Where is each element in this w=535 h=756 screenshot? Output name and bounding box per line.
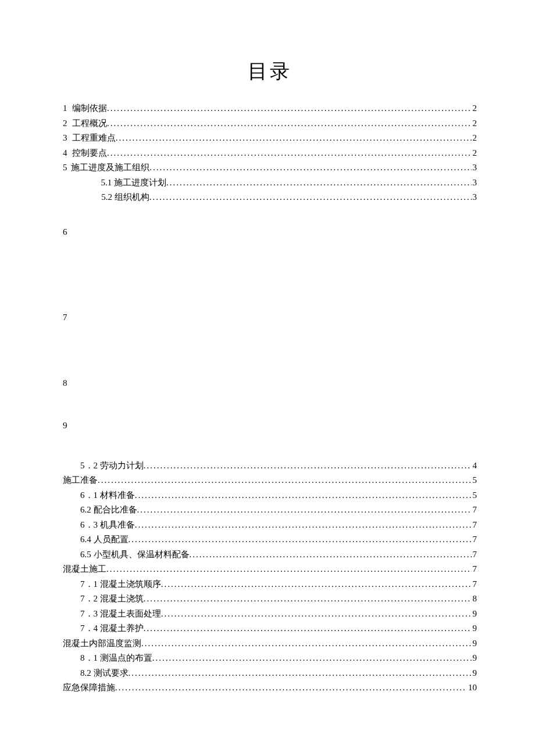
toc-entry-page: 5 bbox=[472, 473, 477, 488]
toc-entry-page: 9 bbox=[472, 621, 477, 636]
toc-entry-number: 4 bbox=[63, 146, 72, 161]
toc-leader-dots bbox=[115, 680, 467, 696]
toc-entry-number: 2 bbox=[63, 116, 72, 131]
toc-entry-page: 3 bbox=[472, 160, 477, 175]
toc-leader-dots bbox=[116, 131, 472, 146]
toc-entry: 混凝土内部温度监测9 bbox=[63, 636, 477, 651]
toc-entry-text: 7．4 混凝土养护 bbox=[80, 621, 144, 636]
toc-entry-number: 3 bbox=[63, 131, 72, 146]
toc-entry-text: 工程重难点 bbox=[72, 131, 116, 146]
toc-entry-text: 7．2 混凝土浇筑 bbox=[80, 592, 144, 607]
toc-entry-text: 混凝土施工 bbox=[63, 562, 106, 577]
toc-entry: 施工准备5 bbox=[63, 473, 477, 488]
toc-entry-page: 2 bbox=[472, 131, 477, 146]
toc-entry-page: 2 bbox=[472, 146, 477, 161]
toc-leader-dots bbox=[149, 160, 471, 175]
toc-leader-dots bbox=[107, 146, 471, 161]
toc-entry: 3工程重难点2 bbox=[63, 131, 477, 146]
toc-entry-page: 8 bbox=[472, 592, 477, 607]
toc-entry: 6．1 材料准备5 bbox=[63, 488, 477, 503]
toc-entry: 应急保障措施10 bbox=[63, 680, 477, 696]
toc-leader-dots bbox=[144, 592, 472, 607]
toc-entry-page: 10 bbox=[467, 680, 477, 696]
toc-entry: 6.2 配合比准备7 bbox=[63, 503, 477, 518]
toc-entry-page: 2 bbox=[472, 101, 477, 116]
toc-entry: 混凝土施工7 bbox=[63, 562, 477, 577]
toc-entry-page: 7 bbox=[472, 562, 477, 577]
toc-entry: 7．4 混凝土养护9 bbox=[63, 621, 477, 636]
toc-entry-text: 施工进度及施工组织 bbox=[71, 160, 149, 175]
toc-entry-text: 混凝土内部温度监测 bbox=[63, 636, 141, 651]
toc-block-2: 5．2 劳动力计划4施工准备56．1 材料准备56.2 配合比准备76．3 机具… bbox=[63, 458, 477, 696]
toc-leader-dots bbox=[135, 488, 472, 503]
toc-entry-page: 3 bbox=[472, 190, 477, 205]
toc-entry-text: 6.2 配合比准备 bbox=[80, 503, 137, 518]
standalone-number: 7 bbox=[63, 313, 477, 323]
toc-entry-text: 编制依据 bbox=[72, 101, 107, 116]
standalone-number: 9 bbox=[63, 421, 477, 431]
toc-entry-page: 5 bbox=[472, 488, 477, 503]
document-page: 目录 1编制依据22工程概况23工程重难点24控制要点25施工进度及施工组织35… bbox=[0, 0, 535, 730]
toc-entry-text: 6．1 材料准备 bbox=[80, 488, 135, 503]
toc-entry: 6．3 机具准备7 bbox=[63, 518, 477, 533]
toc-entry-text: 施工准备 bbox=[63, 473, 98, 488]
toc-leader-dots bbox=[106, 562, 472, 577]
toc-leader-dots bbox=[129, 532, 472, 547]
toc-entry-text: 6.5 小型机具、保温材料配备 bbox=[80, 547, 190, 562]
toc-entry: 2工程概况2 bbox=[63, 116, 477, 131]
toc-entry-text: 7．1 混凝土浇筑顺序 bbox=[80, 577, 161, 592]
toc-entry-text: 8.2 测试要求 bbox=[80, 666, 129, 681]
toc-leader-dots bbox=[107, 101, 471, 116]
toc-entry-page: 9 bbox=[472, 607, 477, 622]
toc-entry-text: 5.1 施工进度计划 bbox=[101, 175, 166, 191]
toc-block-1: 1编制依据22工程概况23工程重难点24控制要点25施工进度及施工组织35.1 … bbox=[63, 101, 477, 205]
toc-entry-page: 2 bbox=[472, 116, 477, 131]
toc-leader-dots bbox=[166, 175, 472, 191]
toc-entry: 5.2 组织机构3 bbox=[63, 190, 477, 205]
toc-entry-text: 5．2 劳动力计划 bbox=[80, 458, 144, 474]
toc-entry-page: 7 bbox=[472, 503, 477, 518]
toc-leader-dots bbox=[152, 651, 472, 666]
toc-leader-dots bbox=[135, 518, 472, 533]
toc-leader-dots bbox=[141, 636, 472, 651]
toc-entry: 8.2 测试要求9 bbox=[63, 666, 477, 681]
toc-entry: 6.5 小型机具、保温材料配备7 bbox=[63, 547, 477, 562]
toc-leader-dots bbox=[161, 577, 472, 592]
toc-entry: 4控制要点2 bbox=[63, 146, 477, 161]
toc-entry: 7．3 混凝土表面处理9 bbox=[63, 607, 477, 622]
toc-entry-page: 7 bbox=[472, 518, 477, 533]
page-title: 目录 bbox=[63, 58, 477, 85]
toc-leader-dots bbox=[190, 547, 472, 562]
toc-entry-page: 7 bbox=[472, 532, 477, 547]
standalone-number: 6 bbox=[63, 227, 477, 237]
toc-entry: 1编制依据2 bbox=[63, 101, 477, 116]
toc-entry-text: 应急保障措施 bbox=[63, 680, 115, 696]
toc-entry-text: 8．1 测温点的布置 bbox=[80, 651, 152, 666]
toc-leader-dots bbox=[129, 666, 472, 681]
toc-entry: 7．1 混凝土浇筑顺序7 bbox=[63, 577, 477, 592]
toc-entry-page: 4 bbox=[472, 458, 477, 474]
toc-leader-dots bbox=[149, 190, 472, 205]
toc-entry: 5施工进度及施工组织3 bbox=[63, 160, 477, 175]
standalone-number: 8 bbox=[63, 378, 477, 388]
toc-leader-dots bbox=[98, 473, 472, 488]
toc-entry: 7．2 混凝土浇筑8 bbox=[63, 592, 477, 607]
toc-entry-text: 6．3 机具准备 bbox=[80, 518, 135, 533]
toc-entry-page: 3 bbox=[472, 175, 477, 191]
toc-leader-dots bbox=[137, 503, 472, 518]
toc-leader-dots bbox=[144, 621, 472, 636]
toc-leader-dots bbox=[161, 607, 472, 622]
toc-entry-number: 5 bbox=[63, 160, 71, 175]
toc-entry-number: 1 bbox=[63, 101, 72, 116]
toc-entry-page: 7 bbox=[472, 577, 477, 592]
toc-entry: 6.4 人员配置7 bbox=[63, 532, 477, 547]
toc-entry-text: 控制要点 bbox=[72, 146, 107, 161]
toc-entry-page: 7 bbox=[472, 547, 477, 562]
toc-entry: 5.1 施工进度计划3 bbox=[63, 175, 477, 191]
toc-entry-text: 6.4 人员配置 bbox=[80, 532, 129, 547]
toc-leader-dots bbox=[144, 458, 472, 474]
toc-entry-page: 9 bbox=[472, 651, 477, 666]
toc-entry-text: 工程概况 bbox=[72, 116, 107, 131]
toc-leader-dots bbox=[107, 116, 471, 131]
toc-entry-page: 9 bbox=[472, 666, 477, 681]
